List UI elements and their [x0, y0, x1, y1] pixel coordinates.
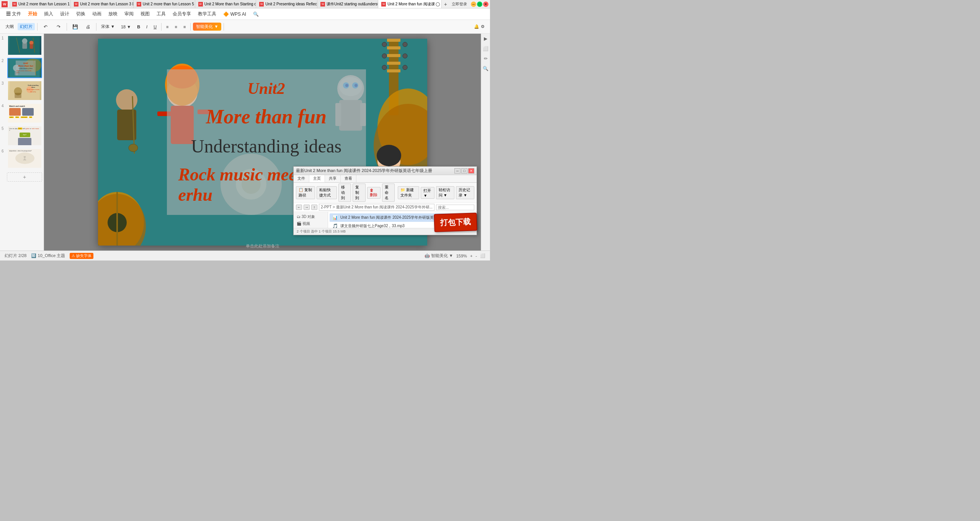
menu-search[interactable]: 🔍	[250, 10, 262, 18]
toolbar-separator-2	[67, 23, 67, 31]
zoom-out-btn[interactable]: -	[475, 254, 477, 258]
fe-file-count: 2 个项目 选中 1 个项目 15.5 MB	[297, 229, 346, 234]
slide-num-4: 4	[2, 103, 6, 108]
svg-rect-18	[387, 39, 400, 42]
menu-design[interactable]: 设计	[57, 10, 72, 18]
toolbar-align-left[interactable]: ≡	[164, 24, 171, 30]
fe-sidebar-video[interactable]: 🎬 视频	[295, 220, 326, 227]
menu-file[interactable]: ☰ 文件	[3, 10, 24, 18]
fe-history-btn[interactable]: 历史记录 ▼	[456, 186, 474, 199]
tab-3-label: Unit 2 more than fun Lesson 5 Pr...	[143, 2, 195, 6]
tab-4[interactable]: W Unit 2 More than fun Starting out...	[195, 0, 256, 8]
menu-animation[interactable]: 动画	[89, 10, 105, 18]
icon-bell[interactable]: 🔔	[474, 24, 479, 29]
menu-home[interactable]: 开始	[25, 10, 40, 18]
slide-5[interactable]: Can we play Erhu with guitar or rock mus…	[7, 126, 42, 146]
slide-6[interactable]: 预测prediction：what is the passage about? …	[7, 148, 42, 169]
fe-search-input[interactable]	[436, 205, 474, 210]
fe-close-btn[interactable]: ✕	[468, 168, 474, 174]
slide-4[interactable]: Watch and match guitar Erhu rock music f…	[7, 103, 42, 123]
toolbar-underline[interactable]: U	[151, 24, 159, 30]
download-button[interactable]: 打包下载	[434, 213, 477, 232]
toolbar-font-name[interactable]: 宋体 ▼	[99, 23, 117, 30]
fe-move-btn[interactable]: 移动到	[338, 183, 351, 202]
toolbar-italic[interactable]: I	[144, 24, 150, 30]
fe-paste-shortcut-btn[interactable]: 粘贴快捷方式	[317, 186, 337, 199]
slide-3[interactable]: Understanding ideas Rock music meets the…	[7, 80, 42, 101]
icon-settings[interactable]: ⚙	[481, 24, 485, 29]
tab-5[interactable]: W Unit 2 Presenting ideas Reflectio...	[256, 0, 317, 8]
slide-info: 幻灯片 2/28	[5, 253, 26, 259]
menu-tools[interactable]: 工具	[154, 10, 169, 18]
toolbar-save[interactable]: 💾	[69, 23, 81, 31]
tab-1[interactable]: W Unit 2 more than fun Lesson 1 St...	[9, 0, 71, 8]
new-tab-button[interactable]: +	[442, 0, 449, 8]
fe-tab-view[interactable]: 查看	[341, 175, 356, 182]
slide-2[interactable]: Unit2 More than fun Understanding ideas …	[7, 58, 42, 78]
toolbar-outline[interactable]: 大纲	[3, 23, 16, 30]
minimize-button[interactable]: ─	[471, 2, 476, 7]
toolbar-bold[interactable]: B	[135, 24, 142, 30]
fe-copy-path-btn[interactable]: 📋 复制路径	[296, 186, 315, 199]
toolbar-redo[interactable]: ↷	[53, 23, 64, 31]
fe-title-text: 最新Unit 2 More than fun 阅读课件 2024-2025学年外…	[296, 168, 432, 174]
fe-tab-home[interactable]: 主页	[309, 175, 325, 182]
svg-rect-20	[387, 54, 400, 57]
fe-minimize-btn[interactable]: ─	[454, 168, 461, 174]
fit-btn[interactable]: ⬜	[480, 253, 485, 258]
zoom-in-btn[interactable]: +	[470, 254, 472, 258]
fe-easy-access-btn[interactable]: 轻松访问 ▼	[436, 186, 454, 199]
tab-6[interactable]: W 课件Unit2 starting out&understar...	[317, 0, 378, 8]
menu-member[interactable]: 会员专享	[170, 10, 194, 18]
menu-insert[interactable]: 插入	[41, 10, 56, 18]
toolbar-beautify[interactable]: 智能美化 ▼	[193, 23, 221, 31]
fe-copy-btn[interactable]: 复制到	[353, 183, 365, 202]
fe-open-btn[interactable]: 打开 ▼	[421, 187, 434, 199]
right-btn-4[interactable]: 🔍	[482, 65, 489, 72]
fe-path-bar[interactable]: 2-PPT > 最新Unit 2 More than fun 阅读课件 2024…	[319, 204, 434, 211]
menu-view[interactable]: 视图	[137, 10, 153, 18]
right-btn-2[interactable]: ⬜	[482, 45, 489, 52]
add-slide-button[interactable]: +	[7, 172, 42, 182]
slide-1[interactable]	[7, 35, 42, 56]
menu-wpsai[interactable]: 🔶 WPS AI	[220, 10, 249, 18]
fe-back-btn[interactable]: ←	[296, 205, 302, 210]
fe-mp3-icon: 🎵	[332, 223, 338, 228]
close-button[interactable]: ✕	[483, 2, 488, 7]
fe-sidebar-3d[interactable]: 🗂 3D 对象	[295, 213, 326, 220]
slide-footer-note[interactable]: 单击此处添加备注	[246, 243, 279, 249]
tab-7[interactable]: W Unit 2 More than fun 阅读课 ◯ ✕ ✕	[378, 0, 442, 8]
fe-maximize-btn[interactable]: □	[461, 168, 467, 174]
toolbar-slides[interactable]: 幻灯片	[18, 23, 35, 30]
toolbar-align-center[interactable]: ≡	[173, 24, 180, 30]
svg-rect-21	[387, 62, 400, 65]
tab-2[interactable]: W Unit 2 more than fun Lesson 3 De...	[71, 0, 134, 8]
fe-delete-btn[interactable]: 🗑 删除	[367, 187, 381, 199]
menu-transition[interactable]: 切换	[73, 10, 88, 18]
right-btn-1[interactable]: ▶	[482, 35, 489, 42]
fe-tab-file[interactable]: 文件	[294, 175, 309, 182]
toolbar-undo[interactable]: ↶	[40, 23, 51, 31]
slide-thumb-4: 4 Watch and match guitar Erhu rock music	[2, 103, 42, 123]
menu-review[interactable]: 审阅	[121, 10, 137, 18]
fe-forward-btn[interactable]: →	[304, 205, 310, 210]
toolbar-align-right[interactable]: ≡	[181, 24, 188, 30]
svg-point-34	[129, 144, 138, 152]
slide-thumb-5: 5 Can we play Erhu with guitar or rock m…	[2, 126, 42, 146]
fe-toolbar: 📋 复制路径 粘贴快捷方式 移动到 复制到 🗑 删除 重命名 📁 新建文件夹 打…	[294, 183, 477, 203]
fe-tab-share[interactable]: 共享	[325, 175, 341, 182]
ai-beautify-status[interactable]: 🤖 智能美化 ▼	[425, 253, 453, 259]
maximize-button[interactable]: □	[477, 2, 482, 7]
toolbar-print[interactable]: 🖨	[82, 23, 94, 31]
menu-slideshow[interactable]: 放映	[105, 10, 121, 18]
menu-teaching[interactable]: 教学工具	[195, 10, 219, 18]
fe-up-btn[interactable]: ↑	[311, 205, 317, 210]
toolbar-font-size[interactable]: 18 ▼	[119, 24, 133, 30]
fe-rename-btn[interactable]: 重命名	[382, 183, 395, 202]
fe-new-folder-btn[interactable]: 📁 新建文件夹	[398, 186, 419, 199]
toolbar-separator-1	[37, 23, 38, 31]
tab-3-favicon: W	[137, 2, 141, 7]
tab-3[interactable]: W Unit 2 more than fun Lesson 5 Pr...	[134, 0, 195, 8]
fe-nav-bar: ← → ↑ 2-PPT > 最新Unit 2 More than fun 阅读课…	[294, 203, 477, 212]
right-btn-3[interactable]: ✏	[482, 55, 489, 62]
